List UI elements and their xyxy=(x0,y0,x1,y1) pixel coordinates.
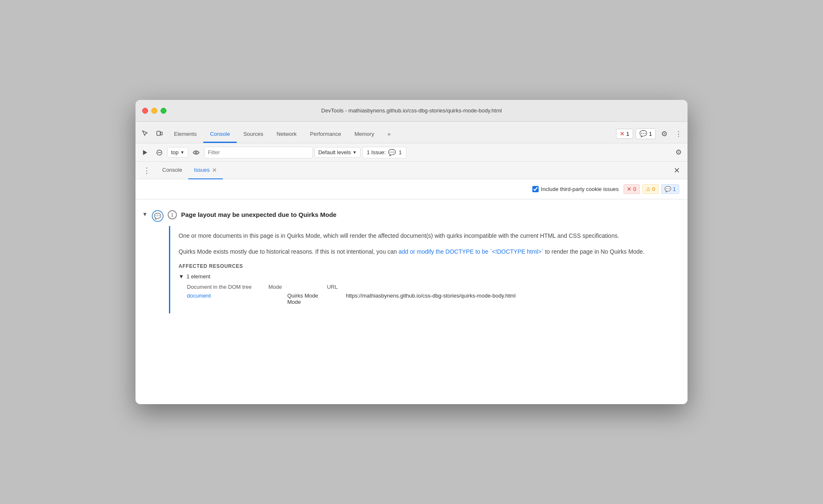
third-party-cookie-checkbox-label[interactable]: Include third-party cookie issues xyxy=(532,186,619,192)
issues-filter-bar: Include third-party cookie issues ✕ 0 ⚠ … xyxy=(135,179,688,199)
tab-bar-icons xyxy=(139,127,166,143)
message-badge-button[interactable]: 💬 1 xyxy=(636,128,656,139)
info-count-badge[interactable]: 💬 1 xyxy=(661,184,679,194)
error-count: 1 xyxy=(626,131,629,137)
error-badge-button[interactable]: ✕ 1 xyxy=(616,129,633,139)
tab-memory[interactable]: Memory xyxy=(348,126,381,143)
clear-console-icon[interactable] xyxy=(153,146,166,159)
description-2-after: to render the page in No Quirks Mode. xyxy=(543,248,644,255)
svg-rect-0 xyxy=(157,131,160,135)
secondary-more-icon[interactable]: ⋮ xyxy=(141,164,153,177)
message-count: 1 xyxy=(649,131,652,137)
tab-bar-right: ✕ 1 💬 1 ⚙ ⋮ xyxy=(616,128,684,143)
default-levels-icon: ▼ xyxy=(353,150,357,155)
window-title: DevTools - mathiasbynens.github.io/css-d… xyxy=(321,107,502,114)
error-badge-icon: ✕ xyxy=(627,186,631,192)
col-doc-value: document xyxy=(187,293,271,299)
col-doc-header: Document in the DOM tree xyxy=(187,284,252,290)
info-badge-count: 1 xyxy=(673,186,676,192)
issue-description-2: Quirks Mode exists mostly due to histori… xyxy=(179,247,677,256)
issue-type-icon: 💬 xyxy=(152,210,164,222)
resource-table: Document in the DOM tree Mode URL docume… xyxy=(187,284,677,305)
svg-marker-2 xyxy=(143,150,147,155)
devtools-window: DevTools - mathiasbynens.github.io/css-d… xyxy=(135,100,688,404)
svg-point-5 xyxy=(195,152,197,153)
affected-label: AFFECTED RESOURCES xyxy=(179,263,677,269)
issues-tab-close[interactable]: ✕ xyxy=(212,167,217,173)
toolbar-right: ⚙ xyxy=(672,147,684,158)
default-levels-label: Default levels xyxy=(318,149,351,155)
error-badge-count: 0 xyxy=(633,186,636,192)
col-url-value: https://mathiasbynens.github.io/css-dbg-… xyxy=(346,293,516,299)
issue-row: ▼ 💬 1 Page layout may be unexpected due … xyxy=(135,206,688,226)
traffic-lights xyxy=(142,108,166,114)
tab-network[interactable]: Network xyxy=(270,126,304,143)
error-icon: ✕ xyxy=(620,130,625,137)
issue-description-1: One or more documents in this page is in… xyxy=(179,231,677,240)
close-panel-icon[interactable]: ✕ xyxy=(671,164,682,177)
description-2-before: Quirks Mode exists mostly due to histori… xyxy=(179,248,399,255)
issue-detail-wrapper: One or more documents in this page is in… xyxy=(135,226,688,313)
secondary-tab-issues[interactable]: Issues ✕ xyxy=(188,162,223,179)
panel-area: ⋮ Console Issues ✕ ✕ Include third-party… xyxy=(135,162,688,404)
col-mode-header: Mode xyxy=(268,284,310,290)
maximize-button[interactable] xyxy=(161,108,166,114)
col-mode-value: Quirks Mode Mode xyxy=(287,293,329,305)
tab-performance[interactable]: Performance xyxy=(303,126,348,143)
device-toolbar-icon[interactable] xyxy=(153,127,166,140)
default-levels-selector[interactable]: Default levels ▼ xyxy=(314,147,360,158)
issue-title: Page layout may be unexpected due to Qui… xyxy=(181,210,337,218)
issue-chat-icon: 💬 xyxy=(388,149,396,156)
document-link[interactable]: document xyxy=(187,293,211,299)
console-settings-icon[interactable]: ⚙ xyxy=(672,147,684,158)
tab-bar: Elements Console Sources Network Perform… xyxy=(135,122,688,143)
inspect-element-icon[interactable] xyxy=(139,127,151,140)
filter-input[interactable] xyxy=(204,147,313,158)
issue-detail: One or more documents in this page is in… xyxy=(169,226,688,313)
issue-count-badges: ✕ 0 ⚠ 0 💬 1 xyxy=(624,184,679,194)
secondary-tab-bar: ⋮ Console Issues ✕ ✕ xyxy=(135,162,688,179)
col-url-header: URL xyxy=(327,284,369,290)
secondary-tab-console[interactable]: Console xyxy=(156,162,188,179)
tab-console[interactable]: Console xyxy=(203,126,237,143)
close-button[interactable] xyxy=(142,108,148,114)
warning-badge-icon: ⚠ xyxy=(646,186,651,192)
svg-rect-1 xyxy=(161,132,162,135)
settings-icon[interactable]: ⚙ xyxy=(658,128,670,140)
third-party-cookie-checkbox[interactable] xyxy=(532,186,539,192)
title-bar: DevTools - mathiasbynens.github.io/css-d… xyxy=(135,100,688,122)
tab-sources[interactable]: Sources xyxy=(237,126,270,143)
resource-expander[interactable]: ▼ 1 element xyxy=(179,273,677,280)
issue-count: 1 xyxy=(399,149,401,155)
issue-collapse-arrow[interactable]: ▼ xyxy=(142,210,148,217)
element-count-label: 1 element xyxy=(187,273,210,280)
context-label: top xyxy=(171,149,179,155)
minimize-button[interactable] xyxy=(151,108,157,114)
info-badge-icon: 💬 xyxy=(665,186,671,192)
warning-badge-count: 0 xyxy=(652,186,655,192)
issue-count-badge[interactable]: 1 Issue: 💬 1 xyxy=(362,147,406,158)
tab-more[interactable]: » xyxy=(381,126,397,143)
context-dropdown-icon: ▼ xyxy=(180,150,184,155)
resource-expand-arrow: ▼ xyxy=(179,273,184,280)
resource-table-header: Document in the DOM tree Mode URL xyxy=(187,284,677,290)
quirks-mode-link[interactable]: add or modify the DOCTYPE to be `<!DOCTY… xyxy=(399,248,543,255)
warning-count-badge[interactable]: ⚠ 0 xyxy=(642,184,659,194)
run-script-icon[interactable] xyxy=(139,146,151,159)
checkbox-label-text: Include third-party cookie issues xyxy=(541,186,619,192)
issue-label: 1 Issue: xyxy=(367,149,386,155)
context-selector[interactable]: top ▼ xyxy=(167,147,188,158)
issue-content: ▼ 💬 1 Page layout may be unexpected due … xyxy=(135,199,688,320)
more-options-icon[interactable]: ⋮ xyxy=(672,128,684,140)
eye-icon[interactable] xyxy=(190,146,202,159)
tab-elements[interactable]: Elements xyxy=(167,126,203,143)
error-count-badge[interactable]: ✕ 0 xyxy=(624,184,639,194)
affected-resources: AFFECTED RESOURCES ▼ 1 element Document … xyxy=(179,263,677,305)
issue-count-circle: 1 xyxy=(168,210,177,219)
message-icon: 💬 xyxy=(639,130,647,137)
console-toolbar: top ▼ Default levels ▼ 1 Issue: 💬 1 ⚙ xyxy=(135,143,688,162)
resource-table-row: document Quirks Mode Mode https://mathia… xyxy=(187,293,677,305)
